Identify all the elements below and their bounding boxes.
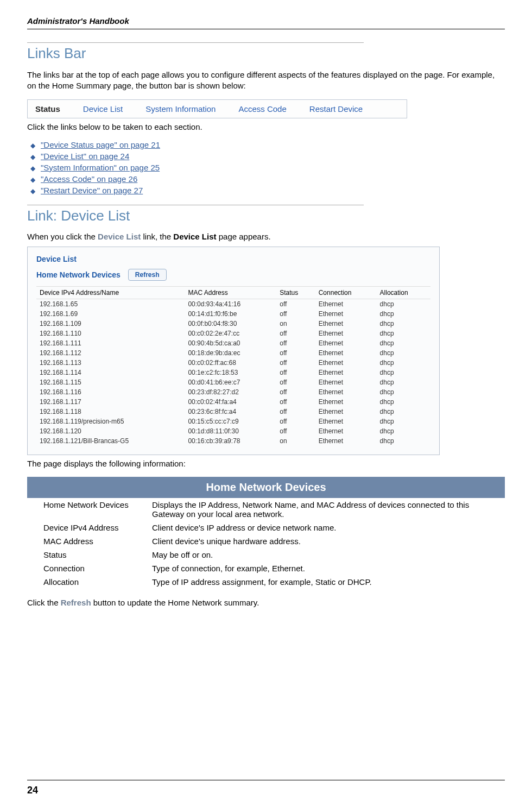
table-cell: dhcp — [377, 407, 430, 417]
table-cell: 192.168.1.110 — [36, 329, 185, 338]
refresh-ref: Refresh — [61, 598, 91, 607]
linksbar-restart: Restart Device — [309, 104, 363, 114]
text: page appears. — [217, 232, 271, 241]
page-number: 24 — [27, 785, 505, 796]
table-cell: 00:90:4b:5d:ca:a0 — [185, 338, 276, 348]
table-cell: 00:16:cb:39:a9:78 — [185, 436, 276, 446]
link-restart-device[interactable]: "Restart Device" on page 27 — [41, 186, 143, 195]
link-device-status[interactable]: "Device Status page" on page 21 — [41, 140, 160, 149]
table-cell: dhcp — [377, 426, 430, 436]
table-cell: off — [276, 358, 315, 368]
table-cell: Ethernet — [315, 417, 377, 426]
list-item: "Device Status page" on page 21 — [30, 140, 505, 149]
linksbar-system-info: System Information — [145, 104, 216, 114]
table-cell: Ethernet — [315, 387, 377, 397]
closing-text: Click the Refresh button to update the H… — [27, 597, 505, 608]
table-cell: 192.168.1.117 — [36, 397, 185, 407]
table-cell: 00:23:df:82:27:d2 — [185, 387, 276, 397]
table-cell: 192.168.1.116 — [36, 387, 185, 397]
col-header: Allocation — [377, 286, 430, 299]
table-row: AllocationType of IP address assignment,… — [27, 575, 505, 589]
refresh-button[interactable]: Refresh — [128, 269, 167, 281]
table-cell: dhcp — [377, 348, 430, 358]
table-row: 192.168.1.6900:14:d1:f0:f6:beoffEthernet… — [36, 309, 430, 319]
table-cell: 00:14:d1:f0:f6:be — [185, 309, 276, 319]
table-cell: 00:c0:02:2e:47:cc — [185, 329, 276, 338]
table-cell: dhcp — [377, 417, 430, 426]
table-row: 192.168.1.11600:23:df:82:27:d2offEtherne… — [36, 387, 430, 397]
table-cell: 192.168.1.113 — [36, 358, 185, 368]
table-row: 192.168.1.11100:90:4b:5d:ca:a0offEtherne… — [36, 338, 430, 348]
table-cell: 00:0d:93:4a:41:16 — [185, 299, 276, 309]
section-rule-2 — [27, 205, 364, 205]
list-item: "System Information" on page 25 — [30, 163, 505, 172]
table-cell: Ethernet — [315, 329, 377, 338]
table-cell: 192.168.1.69 — [36, 309, 185, 319]
running-head: Administrator's Handbook — [27, 16, 505, 26]
col-header: Connection — [315, 286, 377, 299]
device-list-panel: Device List Home Network Devices Refresh… — [27, 247, 440, 455]
table-row: 192.168.1.119/precision-m6500:15:c5:cc:c… — [36, 417, 430, 426]
linksbar-status: Status — [35, 104, 60, 114]
hnd-label: Device IPv4 Address — [27, 521, 147, 534]
table-cell: 192.168.1.111 — [36, 338, 185, 348]
table-cell: 00:c0:02:ff:ac:68 — [185, 358, 276, 368]
linksbar-device-list: Device List — [83, 104, 123, 114]
table-cell: off — [276, 387, 315, 397]
table-row: 192.168.1.11700:c0:02:4f:fa:a4offEtherne… — [36, 397, 430, 407]
table-cell: 192.168.1.120 — [36, 426, 185, 436]
section-title-device-list: Link: Device List — [27, 207, 505, 224]
section-title-links-bar: Links Bar — [27, 45, 505, 62]
table-cell: 192.168.1.112 — [36, 348, 185, 358]
table-cell: off — [276, 338, 315, 348]
table-row: 192.168.1.10900:0f:b0:04:f8:30onEthernet… — [36, 319, 430, 329]
table-cell: off — [276, 426, 315, 436]
device-list-bold: Device List — [173, 232, 216, 241]
table-cell: dhcp — [377, 329, 430, 338]
list-item: "Device List" on page 24 — [30, 152, 505, 161]
hnd-desc: Client device's unique hardware address. — [147, 534, 505, 548]
table-cell: Ethernet — [315, 377, 377, 387]
link-system-info[interactable]: "System Information" on page 25 — [41, 163, 160, 172]
hnd-label: Connection — [27, 562, 147, 575]
table-row: StatusMay be off or on. — [27, 548, 505, 562]
linksbar-access-code: Access Code — [238, 104, 286, 114]
table-cell: 192.168.1.118 — [36, 407, 185, 417]
links-bar-intro: The links bar at the top of each page al… — [27, 70, 505, 92]
table-cell: dhcp — [377, 299, 430, 309]
table-cell: Ethernet — [315, 368, 377, 377]
table-row: 192.168.1.11300:c0:02:ff:ac:68offEtherne… — [36, 358, 430, 368]
panel-subtitle: Home Network Devices — [36, 270, 121, 279]
table-cell: off — [276, 397, 315, 407]
table-cell: Ethernet — [315, 407, 377, 417]
table-cell: 00:18:de:9b:da:ec — [185, 348, 276, 358]
hnd-label: MAC Address — [27, 534, 147, 548]
hnd-desc: Type of IP address assignment, for examp… — [147, 575, 505, 589]
section-rule-1 — [27, 42, 364, 43]
table-cell: 00:0f:b0:04:f8:30 — [185, 319, 276, 329]
table-cell: 00:c0:02:4f:fa:a4 — [185, 397, 276, 407]
links-bar-screenshot: Status Device List System Information Ac… — [27, 99, 407, 118]
after-panel-text: The page displays the following informat… — [27, 458, 505, 469]
table-cell: dhcp — [377, 387, 430, 397]
link-device-list[interactable]: "Device List" on page 24 — [41, 152, 129, 161]
table-cell: off — [276, 329, 315, 338]
table-cell: Ethernet — [315, 309, 377, 319]
link-access-code[interactable]: "Access Code" on page 26 — [41, 174, 137, 184]
table-cell: 192.168.1.115 — [36, 377, 185, 387]
table-cell: 192.168.1.65 — [36, 299, 185, 309]
text: Click the — [27, 598, 61, 607]
table-cell: Ethernet — [315, 436, 377, 446]
hnd-label: Home Network Devices — [27, 498, 147, 521]
table-row: 192.168.1.6500:0d:93:4a:41:16offEthernet… — [36, 299, 430, 309]
table-cell: on — [276, 319, 315, 329]
table-cell: off — [276, 348, 315, 358]
list-item: "Restart Device" on page 27 — [30, 186, 505, 195]
table-row: 192.168.1.11400:1e:c2:fc:18:53offEtherne… — [36, 368, 430, 377]
list-item: "Access Code" on page 26 — [30, 174, 505, 184]
table-row: 192.168.1.11800:23:6c:8f:fc:a4offEtherne… — [36, 407, 430, 417]
table-cell: dhcp — [377, 436, 430, 446]
table-cell: dhcp — [377, 377, 430, 387]
table-row: Device IPv4 AddressClient device's IP ad… — [27, 521, 505, 534]
col-header: MAC Address — [185, 286, 276, 299]
